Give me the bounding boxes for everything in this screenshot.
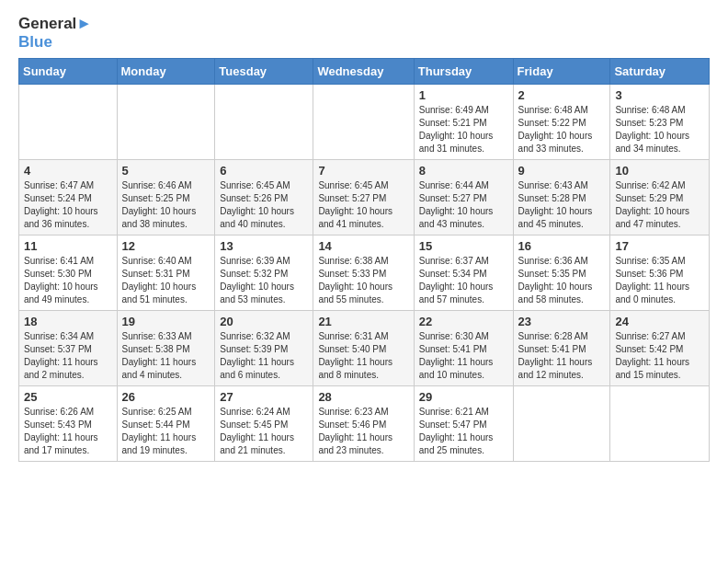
weekday-header-wednesday: Wednesday [313,59,414,85]
day-info: Sunrise: 6:31 AM Sunset: 5:40 PM Dayligh… [318,330,408,382]
logo-line1: General► [18,15,92,33]
day-number: 25 [24,390,112,404]
day-info: Sunrise: 6:47 AM Sunset: 5:24 PM Dayligh… [24,179,112,231]
calendar-cell: 27Sunrise: 6:24 AM Sunset: 5:45 PM Dayli… [215,386,313,462]
calendar-cell: 24Sunrise: 6:27 AM Sunset: 5:42 PM Dayli… [610,311,710,386]
day-info: Sunrise: 6:43 AM Sunset: 5:28 PM Dayligh… [518,179,606,231]
calendar-cell: 5Sunrise: 6:46 AM Sunset: 5:25 PM Daylig… [117,160,215,236]
day-info: Sunrise: 6:25 AM Sunset: 5:44 PM Dayligh… [122,406,210,457]
day-info: Sunrise: 6:38 AM Sunset: 5:33 PM Dayligh… [318,255,408,306]
day-info: Sunrise: 6:21 AM Sunset: 5:47 PM Dayligh… [419,406,508,457]
calendar-cell: 29Sunrise: 6:21 AM Sunset: 5:47 PM Dayli… [414,386,513,462]
day-number: 22 [419,315,508,328]
calendar-cell: 25Sunrise: 6:26 AM Sunset: 5:43 PM Dayli… [19,386,118,462]
calendar-cell: 15Sunrise: 6:37 AM Sunset: 5:34 PM Dayli… [414,236,513,311]
day-info: Sunrise: 6:48 AM Sunset: 5:22 PM Dayligh… [518,104,606,155]
day-info: Sunrise: 6:24 AM Sunset: 5:45 PM Dayligh… [220,406,308,457]
calendar-week-4: 18Sunrise: 6:34 AM Sunset: 5:37 PM Dayli… [19,311,710,386]
day-info: Sunrise: 6:27 AM Sunset: 5:42 PM Dayligh… [615,330,704,382]
day-number: 23 [518,315,606,328]
day-number: 26 [122,390,210,404]
day-info: Sunrise: 6:49 AM Sunset: 5:21 PM Dayligh… [419,104,508,155]
calendar-cell: 4Sunrise: 6:47 AM Sunset: 5:24 PM Daylig… [19,160,118,236]
calendar-cell: 9Sunrise: 6:43 AM Sunset: 5:28 PM Daylig… [513,160,610,236]
day-info: Sunrise: 6:42 AM Sunset: 5:29 PM Dayligh… [615,179,704,231]
page-header: General► Blue [18,15,710,51]
calendar-cell: 28Sunrise: 6:23 AM Sunset: 5:46 PM Dayli… [313,386,414,462]
day-info: Sunrise: 6:44 AM Sunset: 5:27 PM Dayligh… [419,179,508,231]
day-number: 3 [615,88,704,102]
day-number: 10 [615,164,704,178]
weekday-header-monday: Monday [117,59,215,85]
day-info: Sunrise: 6:35 AM Sunset: 5:36 PM Dayligh… [615,255,704,306]
weekday-header-friday: Friday [513,59,610,85]
day-info: Sunrise: 6:46 AM Sunset: 5:25 PM Dayligh… [122,179,210,231]
calendar-cell: 2Sunrise: 6:48 AM Sunset: 5:22 PM Daylig… [513,85,610,160]
calendar-cell: 19Sunrise: 6:33 AM Sunset: 5:38 PM Dayli… [117,311,215,386]
day-info: Sunrise: 6:33 AM Sunset: 5:38 PM Dayligh… [122,330,210,382]
day-info: Sunrise: 6:32 AM Sunset: 5:39 PM Dayligh… [220,330,308,382]
calendar-cell: 18Sunrise: 6:34 AM Sunset: 5:37 PM Dayli… [19,311,118,386]
day-number: 12 [122,239,210,253]
logo-line2: Blue [18,33,92,52]
day-number: 19 [122,315,210,328]
logo: General► Blue [18,15,92,51]
day-number: 27 [220,390,308,404]
day-info: Sunrise: 6:37 AM Sunset: 5:34 PM Dayligh… [419,255,508,306]
day-number: 2 [518,88,606,102]
day-info: Sunrise: 6:40 AM Sunset: 5:31 PM Dayligh… [122,255,210,306]
day-number: 9 [518,164,606,178]
day-info: Sunrise: 6:26 AM Sunset: 5:43 PM Dayligh… [24,406,112,457]
calendar-week-3: 11Sunrise: 6:41 AM Sunset: 5:30 PM Dayli… [19,236,710,311]
weekday-header-thursday: Thursday [414,59,513,85]
day-info: Sunrise: 6:41 AM Sunset: 5:30 PM Dayligh… [24,255,112,306]
day-info: Sunrise: 6:36 AM Sunset: 5:35 PM Dayligh… [518,255,606,306]
day-number: 6 [220,164,308,178]
day-number: 7 [318,164,408,178]
calendar-cell: 21Sunrise: 6:31 AM Sunset: 5:40 PM Dayli… [313,311,414,386]
calendar-cell: 6Sunrise: 6:45 AM Sunset: 5:26 PM Daylig… [215,160,313,236]
day-number: 14 [318,239,408,253]
day-number: 15 [419,239,508,253]
calendar-cell: 26Sunrise: 6:25 AM Sunset: 5:44 PM Dayli… [117,386,215,462]
day-info: Sunrise: 6:30 AM Sunset: 5:41 PM Dayligh… [419,330,508,382]
calendar-cell: 8Sunrise: 6:44 AM Sunset: 5:27 PM Daylig… [414,160,513,236]
calendar-cell: 12Sunrise: 6:40 AM Sunset: 5:31 PM Dayli… [117,236,215,311]
day-info: Sunrise: 6:39 AM Sunset: 5:32 PM Dayligh… [220,255,308,306]
calendar-cell [313,85,414,160]
day-number: 29 [419,390,508,404]
calendar-cell: 7Sunrise: 6:45 AM Sunset: 5:27 PM Daylig… [313,160,414,236]
weekday-header-row: SundayMondayTuesdayWednesdayThursdayFrid… [19,59,710,85]
day-info: Sunrise: 6:45 AM Sunset: 5:27 PM Dayligh… [318,179,408,231]
day-info: Sunrise: 6:23 AM Sunset: 5:46 PM Dayligh… [318,406,408,457]
calendar-cell [19,85,118,160]
day-number: 17 [615,239,704,253]
calendar-cell: 23Sunrise: 6:28 AM Sunset: 5:41 PM Dayli… [513,311,610,386]
day-number: 28 [318,390,408,404]
calendar-cell: 20Sunrise: 6:32 AM Sunset: 5:39 PM Dayli… [215,311,313,386]
calendar-cell: 14Sunrise: 6:38 AM Sunset: 5:33 PM Dayli… [313,236,414,311]
calendar-cell: 1Sunrise: 6:49 AM Sunset: 5:21 PM Daylig… [414,85,513,160]
day-number: 5 [122,164,210,178]
day-number: 13 [220,239,308,253]
calendar-week-1: 1Sunrise: 6:49 AM Sunset: 5:21 PM Daylig… [19,85,710,160]
logo-text-block: General► Blue [18,15,92,51]
day-info: Sunrise: 6:28 AM Sunset: 5:41 PM Dayligh… [518,330,606,382]
weekday-header-tuesday: Tuesday [215,59,313,85]
calendar-week-5: 25Sunrise: 6:26 AM Sunset: 5:43 PM Dayli… [19,386,710,462]
calendar-cell: 22Sunrise: 6:30 AM Sunset: 5:41 PM Dayli… [414,311,513,386]
calendar-cell: 3Sunrise: 6:48 AM Sunset: 5:23 PM Daylig… [610,85,710,160]
calendar-cell: 10Sunrise: 6:42 AM Sunset: 5:29 PM Dayli… [610,160,710,236]
calendar-table: SundayMondayTuesdayWednesdayThursdayFrid… [18,58,710,462]
day-info: Sunrise: 6:48 AM Sunset: 5:23 PM Dayligh… [615,104,704,155]
day-number: 8 [419,164,508,178]
day-number: 16 [518,239,606,253]
calendar-cell: 17Sunrise: 6:35 AM Sunset: 5:36 PM Dayli… [610,236,710,311]
weekday-header-sunday: Sunday [19,59,118,85]
day-number: 21 [318,315,408,328]
day-info: Sunrise: 6:45 AM Sunset: 5:26 PM Dayligh… [220,179,308,231]
day-number: 1 [419,88,508,102]
day-number: 11 [24,239,112,253]
calendar-cell: 13Sunrise: 6:39 AM Sunset: 5:32 PM Dayli… [215,236,313,311]
calendar-cell [215,85,313,160]
